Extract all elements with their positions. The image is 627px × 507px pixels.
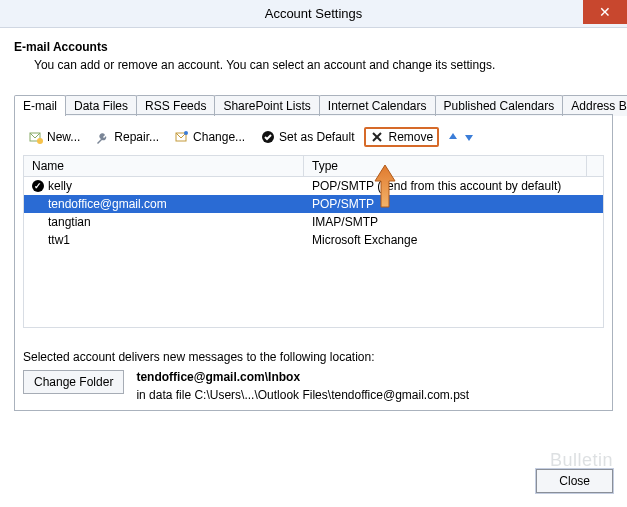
set-default-button[interactable]: Set as Default: [255, 127, 360, 147]
tab-rss-feeds[interactable]: RSS Feeds: [136, 95, 215, 116]
new-button[interactable]: New...: [23, 127, 86, 147]
account-type: POP/SMTP: [304, 195, 603, 213]
x-icon: [370, 130, 384, 144]
section-heading: E-mail Accounts: [14, 40, 613, 54]
delivery-path: tendoffice@gmail.com\Inbox: [136, 370, 300, 384]
account-type: POP/SMTP (send from this account by defa…: [304, 177, 603, 195]
svg-point-1: [37, 138, 43, 144]
move-up-button[interactable]: [447, 131, 459, 143]
delivery-section: Selected account delivers new messages t…: [23, 350, 604, 402]
column-type[interactable]: Type: [304, 156, 587, 176]
tab-data-files[interactable]: Data Files: [65, 95, 137, 116]
window-title: Account Settings: [265, 6, 363, 21]
close-button[interactable]: Close: [536, 469, 613, 493]
toolbar: New... Repair... Change... Set as Defaul…: [23, 123, 604, 155]
remove-button-label: Remove: [388, 130, 433, 144]
delivery-label: Selected account delivers new messages t…: [23, 350, 604, 364]
tab-email[interactable]: E-mail: [14, 95, 66, 116]
change-button-label: Change...: [193, 130, 245, 144]
table-header: Name Type: [24, 156, 603, 177]
tab-strip: E-mail Data Files RSS Feeds SharePoint L…: [14, 94, 613, 115]
window-close-button[interactable]: ✕: [583, 0, 627, 24]
remove-button[interactable]: Remove: [364, 127, 439, 147]
svg-marker-8: [465, 135, 473, 141]
annotation-arrow-icon: [373, 165, 397, 212]
new-button-label: New...: [47, 130, 80, 144]
wrench-icon: [96, 130, 110, 144]
account-name: ttw1: [48, 231, 70, 249]
title-bar: Account Settings ✕: [0, 0, 627, 28]
accounts-table: Name Type ✓ kelly POP/SMTP (send from th…: [23, 155, 604, 328]
default-check-icon: ✓: [32, 180, 44, 192]
column-spacer: [587, 156, 603, 176]
tab-internet-calendars[interactable]: Internet Calendars: [319, 95, 436, 116]
move-down-button[interactable]: [463, 131, 475, 143]
svg-marker-9: [375, 165, 395, 207]
tab-sharepoint-lists[interactable]: SharePoint Lists: [214, 95, 319, 116]
account-name: tangtian: [48, 213, 91, 231]
change-button[interactable]: Change...: [169, 127, 251, 147]
set-default-label: Set as Default: [279, 130, 354, 144]
tab-published-calendars[interactable]: Published Calendars: [435, 95, 564, 116]
check-circle-icon: [261, 130, 275, 144]
content-area: E-mail Accounts You can add or remove an…: [0, 28, 627, 411]
change-folder-button[interactable]: Change Folder: [23, 370, 124, 394]
tab-panel: New... Repair... Change... Set as Defaul…: [14, 115, 613, 411]
table-row[interactable]: tangtian IMAP/SMTP: [24, 213, 603, 231]
table-row[interactable]: ✓ kelly POP/SMTP (send from this account…: [24, 177, 603, 195]
svg-marker-7: [449, 133, 457, 139]
repair-button[interactable]: Repair...: [90, 127, 165, 147]
account-name: tendoffice@gmail.com: [48, 195, 167, 213]
column-name[interactable]: Name: [24, 156, 304, 176]
close-icon: ✕: [599, 4, 611, 20]
change-icon: [175, 130, 189, 144]
section-subtitle: You can add or remove an account. You ca…: [34, 58, 613, 72]
table-row[interactable]: ttw1 Microsoft Exchange: [24, 231, 603, 249]
svg-point-3: [184, 131, 188, 135]
account-name: kelly: [48, 177, 72, 195]
watermark: Bulletin: [550, 450, 613, 471]
tab-address-books[interactable]: Address Books: [562, 95, 627, 116]
table-row[interactable]: tendoffice@gmail.com POP/SMTP: [24, 195, 603, 213]
delivery-datafile: in data file C:\Users\...\Outlook Files\…: [136, 388, 604, 402]
account-type: IMAP/SMTP: [304, 213, 603, 231]
repair-button-label: Repair...: [114, 130, 159, 144]
mail-new-icon: [29, 130, 43, 144]
table-body: ✓ kelly POP/SMTP (send from this account…: [24, 177, 603, 327]
dialog-footer: Close: [536, 469, 613, 493]
account-type: Microsoft Exchange: [304, 231, 603, 249]
